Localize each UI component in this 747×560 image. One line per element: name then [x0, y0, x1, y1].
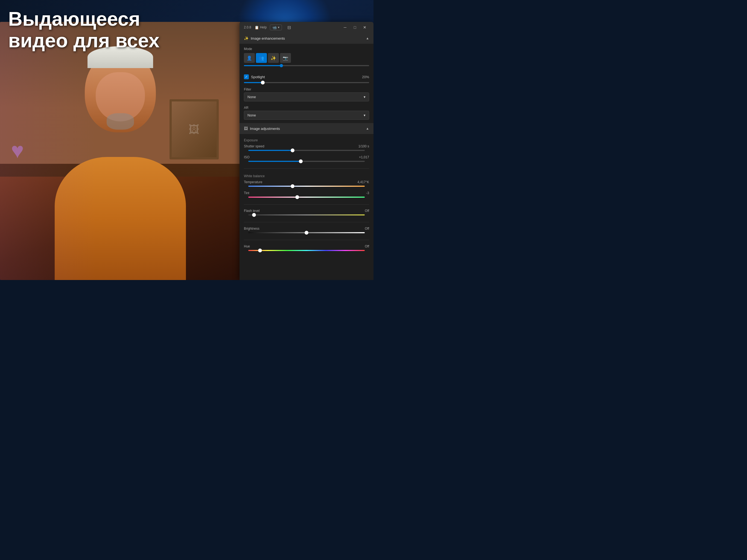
chevron-down-icon: ▾	[278, 25, 279, 29]
flash-section: Flash level Off	[239, 206, 374, 221]
iso-value: +1,017	[359, 155, 369, 159]
flash-row: Flash level Off	[244, 208, 369, 213]
mode-slider[interactable]	[244, 65, 369, 66]
maximize-button[interactable]: □	[351, 23, 359, 32]
spotlight-checkbox[interactable]: ✓	[244, 74, 249, 79]
mode-btn-group[interactable]: 👥	[256, 53, 267, 63]
app-version: 2.0.8	[244, 25, 251, 29]
title-bar: 2.0.8 📋 Help 📹 ▾ ⊟ ─ □ ✕	[239, 22, 374, 33]
headline-line1: Выдающееся	[8, 8, 159, 30]
mode-btn-camera[interactable]: 📷	[280, 53, 291, 63]
spotlight-slider-thumb	[261, 81, 265, 84]
iso-slider[interactable]	[248, 161, 365, 162]
flash-slider-thumb	[252, 213, 256, 217]
ar-chevron-icon: ▾	[364, 113, 366, 117]
temperature-slider-thumb	[291, 184, 294, 188]
hue-label: Hue	[244, 245, 250, 248]
tint-label: Tint	[244, 191, 249, 195]
divider-2	[244, 204, 369, 205]
tint-slider[interactable]	[248, 197, 365, 198]
filter-dropdown[interactable]: None ▾	[244, 93, 369, 101]
shutter-row: Shutter speed 1/100 s	[244, 143, 369, 149]
image-adjustments-title: Image adjustments	[250, 127, 280, 131]
hue-section: Hue Off	[239, 241, 374, 256]
app-window: 2.0.8 📋 Help 📹 ▾ ⊟ ─ □ ✕	[239, 22, 374, 280]
adjustments-icon: 🖼	[244, 126, 248, 131]
brightness-label: Brightness	[244, 227, 259, 230]
headline: Выдающееся видео для всех	[8, 8, 159, 51]
camera-button[interactable]: 📹 ▾	[270, 25, 282, 30]
brightness-slider[interactable]	[248, 232, 365, 233]
check-icon: ✓	[245, 75, 248, 79]
ar-dropdown[interactable]: None ▾	[244, 111, 369, 120]
tint-slider-thumb	[295, 195, 299, 199]
spotlight-value: 20%	[362, 75, 369, 79]
headline-line2: видео для всех	[8, 30, 159, 51]
tint-slider-row	[244, 196, 369, 201]
enhancements-chevron-icon: ▲	[366, 36, 369, 40]
image-enhancements-title: Image enhancements	[251, 36, 285, 41]
flash-slider[interactable]	[248, 214, 365, 215]
exposure-label: Exposure	[244, 138, 369, 142]
temperature-value: 4,417°K	[357, 180, 369, 184]
filter-chevron-icon: ▾	[364, 95, 366, 99]
iso-slider-thumb	[299, 159, 303, 163]
mode-buttons: 👤 👥 ✨ 📷	[244, 53, 369, 63]
title-bar-left: 2.0.8 📋 Help 📹 ▾ ⊟	[244, 24, 341, 31]
close-button[interactable]: ✕	[360, 23, 369, 32]
brightness-slider-thumb	[305, 231, 308, 235]
maximize-icon: □	[354, 25, 356, 29]
close-icon: ✕	[363, 25, 366, 29]
flash-slider-row	[244, 213, 369, 219]
shutter-slider-row	[244, 149, 369, 154]
hue-value: Off	[365, 245, 369, 248]
flash-label: Flash level	[244, 209, 259, 213]
camera-preview: ♥ 🖼	[0, 22, 241, 280]
hue-row: Hue Off	[244, 244, 369, 249]
temperature-row: Temperature 4,417°K	[244, 179, 369, 184]
hue-slider[interactable]	[248, 250, 365, 251]
layout-icon: ⊟	[287, 25, 291, 30]
image-adjustments-header[interactable]: 🖼 Image adjustments ▲	[239, 123, 374, 134]
minimize-icon: ─	[344, 25, 346, 29]
hue-slider-row	[244, 249, 369, 254]
exposure-section: Exposure Shutter speed 1/100 s ISO +1,01…	[239, 134, 374, 167]
spotlight-row: ✓ Spotlight 20%	[239, 73, 374, 81]
spotlight-label: Spotlight	[251, 75, 265, 79]
adjustments-header-left: 🖼 Image adjustments	[244, 126, 280, 131]
temperature-slider[interactable]	[248, 186, 365, 187]
spotlight-left: ✓ Spotlight	[244, 74, 265, 79]
mode-label: Mode	[244, 47, 369, 51]
brightness-slider-row	[244, 231, 369, 236]
window-controls: ─ □ ✕	[341, 23, 369, 32]
panel-content[interactable]: ✨ Image enhancements ▲ Mode 👤 👥 ✨ 📷 ✓	[239, 33, 374, 280]
iso-label: ISO	[244, 155, 250, 159]
brightness-row: Brightness Off	[244, 226, 369, 231]
enhancement-icon: ✨	[244, 36, 249, 41]
spotlight-slider[interactable]	[244, 82, 369, 83]
layout-button[interactable]: ⊟	[285, 24, 293, 31]
mode-btn-enhance[interactable]: ✨	[268, 53, 279, 63]
mode-btn-single[interactable]: 👤	[244, 53, 255, 63]
camera-icon: 📹	[272, 25, 277, 29]
shutter-slider[interactable]	[248, 150, 365, 151]
white-balance-section: White balance Temperature 4,417°K Tint -…	[239, 170, 374, 203]
shutter-label: Shutter speed	[244, 144, 264, 148]
spotlight-slider-row	[239, 81, 374, 86]
shutter-value: 1/100 s	[358, 144, 369, 148]
iso-row: ISO +1,017	[244, 154, 369, 160]
brightness-value: Off	[365, 227, 369, 230]
help-button[interactable]: 📋 Help	[255, 25, 267, 29]
divider-1	[244, 169, 369, 169]
divider-4	[244, 240, 369, 240]
image-enhancements-header[interactable]: ✨ Image enhancements ▲	[239, 33, 374, 44]
minimize-button[interactable]: ─	[341, 23, 350, 32]
mode-section: Mode 👤 👥 ✨ 📷	[239, 44, 374, 73]
filter-value: None	[248, 95, 256, 99]
tint-value: -3	[366, 191, 369, 195]
temperature-label: Temperature	[244, 180, 262, 184]
ar-dropdown-row: AR None ▾	[239, 105, 374, 123]
filter-label: Filter	[244, 87, 369, 91]
tint-row: Tint -3	[244, 190, 369, 196]
white-balance-label: White balance	[244, 174, 369, 178]
